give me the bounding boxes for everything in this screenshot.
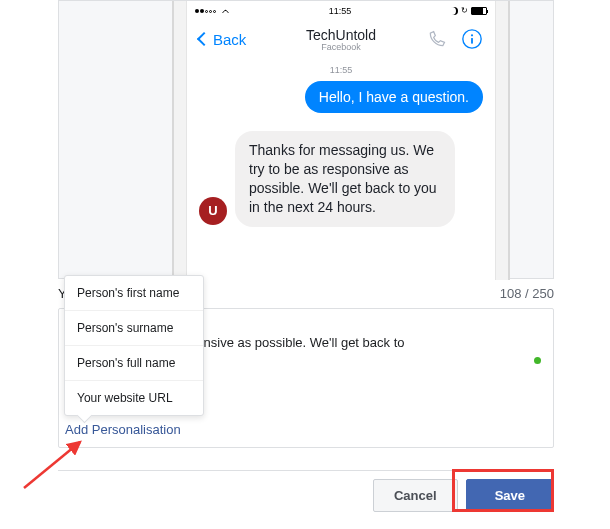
dialog-button-row: Cancel Save	[58, 470, 554, 512]
dropdown-item-surname[interactable]: Person's surname	[65, 311, 203, 346]
page-avatar: U	[199, 197, 227, 225]
chat-timestamp: 11:55	[199, 65, 483, 75]
chat-navbar: Back TechUntold Facebook	[187, 17, 495, 61]
char-counter: 108 / 250	[500, 286, 554, 301]
signal-dots-icon	[195, 6, 217, 15]
personalisation-dropdown: Person's first name Person's surname Per…	[64, 275, 204, 416]
statusbar-time: 11:55	[329, 6, 352, 16]
save-button[interactable]: Save	[466, 479, 554, 512]
incoming-bubble-row: U Thanks for messaging us. We try to be …	[199, 131, 483, 227]
svg-rect-2	[471, 38, 473, 44]
incoming-message: Thanks for messaging us. We try to be as…	[235, 131, 455, 227]
dropdown-item-full-name[interactable]: Person's full name	[65, 346, 203, 381]
statusbar-left	[195, 6, 230, 15]
phone-statusbar: 11:55 ↻	[187, 1, 495, 17]
dropdown-item-website-url[interactable]: Your website URL	[65, 381, 203, 415]
statusbar-right: ↻	[450, 6, 487, 15]
orientation-lock-icon: ↻	[461, 6, 468, 15]
info-icon[interactable]	[461, 28, 483, 50]
chat-body: 11:55 Hello, I have a question. U Thanks…	[187, 61, 495, 227]
online-status-dot-icon	[534, 357, 541, 364]
outgoing-message: Hello, I have a question.	[305, 81, 483, 113]
add-personalisation-link[interactable]: Add Personalisation	[65, 422, 181, 437]
phone-preview-panel: 11:55 ↻ Back TechUntold Facebook	[58, 0, 554, 279]
phone-call-icon[interactable]	[427, 29, 447, 49]
dropdown-item-first-name[interactable]: Person's first name	[65, 276, 203, 311]
back-button[interactable]: Back	[199, 31, 246, 48]
back-label: Back	[213, 31, 246, 48]
phone-mockup: 11:55 ↻ Back TechUntold Facebook	[186, 1, 496, 280]
battery-icon	[471, 7, 487, 15]
outgoing-bubble-row: Hello, I have a question.	[199, 81, 483, 113]
cancel-button[interactable]: Cancel	[373, 479, 458, 512]
chevron-left-icon	[197, 32, 211, 46]
svg-point-1	[471, 34, 473, 36]
wifi-icon	[220, 7, 230, 15]
nav-actions	[427, 28, 483, 50]
do-not-disturb-icon	[450, 7, 458, 15]
